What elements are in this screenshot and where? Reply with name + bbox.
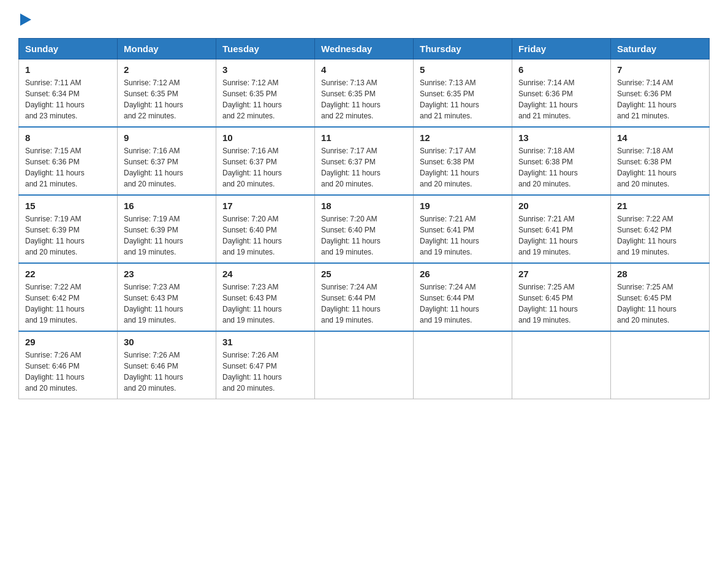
calendar-cell: 16 Sunrise: 7:19 AM Sunset: 6:39 PM Dayl…	[118, 195, 216, 263]
calendar-week-3: 15 Sunrise: 7:19 AM Sunset: 6:39 PM Dayl…	[19, 195, 710, 263]
logo	[18, 12, 31, 26]
calendar-cell: 3 Sunrise: 7:12 AM Sunset: 6:35 PM Dayli…	[216, 59, 315, 128]
calendar-cell: 12 Sunrise: 7:17 AM Sunset: 6:38 PM Dayl…	[414, 127, 512, 195]
calendar-cell: 23 Sunrise: 7:23 AM Sunset: 6:43 PM Dayl…	[118, 263, 216, 331]
day-number: 17	[222, 201, 308, 211]
day-info: Sunrise: 7:26 AM Sunset: 6:46 PM Dayligh…	[25, 350, 111, 394]
calendar-header-row: SundayMondayTuesdayWednesdayThursdayFrid…	[19, 39, 710, 59]
day-info: Sunrise: 7:13 AM Sunset: 6:35 PM Dayligh…	[321, 77, 407, 121]
calendar-cell: 5 Sunrise: 7:13 AM Sunset: 6:35 PM Dayli…	[414, 59, 512, 128]
day-info: Sunrise: 7:16 AM Sunset: 6:37 PM Dayligh…	[124, 145, 210, 190]
day-info: Sunrise: 7:12 AM Sunset: 6:35 PM Dayligh…	[222, 77, 308, 121]
day-number: 26	[420, 269, 506, 279]
calendar-cell	[315, 331, 414, 399]
day-info: Sunrise: 7:14 AM Sunset: 6:36 PM Dayligh…	[518, 77, 604, 121]
day-number: 11	[321, 132, 407, 143]
day-info: Sunrise: 7:19 AM Sunset: 6:39 PM Dayligh…	[124, 213, 210, 258]
day-number: 16	[124, 201, 210, 211]
day-info: Sunrise: 7:22 AM Sunset: 6:42 PM Dayligh…	[617, 213, 703, 258]
calendar-cell: 22 Sunrise: 7:22 AM Sunset: 6:42 PM Dayl…	[19, 263, 118, 331]
calendar-header-friday: Friday	[512, 39, 611, 59]
calendar-cell: 1 Sunrise: 7:11 AM Sunset: 6:34 PM Dayli…	[19, 59, 118, 128]
calendar-week-1: 1 Sunrise: 7:11 AM Sunset: 6:34 PM Dayli…	[19, 59, 710, 128]
day-number: 6	[518, 64, 604, 75]
day-info: Sunrise: 7:16 AM Sunset: 6:37 PM Dayligh…	[222, 145, 308, 190]
day-number: 22	[25, 269, 111, 279]
calendar-header-saturday: Saturday	[611, 39, 710, 59]
calendar-header-thursday: Thursday	[414, 39, 512, 59]
day-info: Sunrise: 7:12 AM Sunset: 6:35 PM Dayligh…	[124, 77, 210, 121]
day-number: 19	[420, 201, 506, 211]
day-info: Sunrise: 7:15 AM Sunset: 6:36 PM Dayligh…	[25, 145, 111, 190]
day-info: Sunrise: 7:19 AM Sunset: 6:39 PM Dayligh…	[25, 213, 111, 258]
calendar-cell: 27 Sunrise: 7:25 AM Sunset: 6:45 PM Dayl…	[512, 263, 611, 331]
day-number: 24	[222, 269, 308, 279]
day-info: Sunrise: 7:26 AM Sunset: 6:46 PM Dayligh…	[124, 350, 210, 394]
calendar-week-5: 29 Sunrise: 7:26 AM Sunset: 6:46 PM Dayl…	[19, 331, 710, 399]
day-number: 14	[617, 132, 703, 143]
day-number: 30	[124, 337, 210, 347]
day-info: Sunrise: 7:25 AM Sunset: 6:45 PM Dayligh…	[518, 282, 604, 326]
calendar-week-4: 22 Sunrise: 7:22 AM Sunset: 6:42 PM Dayl…	[19, 263, 710, 331]
calendar-cell: 15 Sunrise: 7:19 AM Sunset: 6:39 PM Dayl…	[19, 195, 118, 263]
calendar-cell: 26 Sunrise: 7:24 AM Sunset: 6:44 PM Dayl…	[414, 263, 512, 331]
day-number: 25	[321, 269, 407, 279]
day-number: 12	[420, 132, 506, 143]
calendar-cell: 11 Sunrise: 7:17 AM Sunset: 6:37 PM Dayl…	[315, 127, 414, 195]
day-info: Sunrise: 7:23 AM Sunset: 6:43 PM Dayligh…	[222, 282, 308, 326]
day-number: 27	[518, 269, 604, 279]
day-number: 2	[124, 64, 210, 75]
day-number: 21	[617, 201, 703, 211]
day-number: 28	[617, 269, 703, 279]
calendar-cell: 28 Sunrise: 7:25 AM Sunset: 6:45 PM Dayl…	[611, 263, 710, 331]
calendar-week-2: 8 Sunrise: 7:15 AM Sunset: 6:36 PM Dayli…	[19, 127, 710, 195]
day-number: 20	[518, 201, 604, 211]
calendar-cell	[414, 331, 512, 399]
day-number: 4	[321, 64, 407, 75]
day-info: Sunrise: 7:21 AM Sunset: 6:41 PM Dayligh…	[518, 213, 604, 258]
calendar-header-tuesday: Tuesday	[216, 39, 315, 59]
calendar-cell: 7 Sunrise: 7:14 AM Sunset: 6:36 PM Dayli…	[611, 59, 710, 128]
calendar-cell: 31 Sunrise: 7:26 AM Sunset: 6:47 PM Dayl…	[216, 331, 315, 399]
day-info: Sunrise: 7:18 AM Sunset: 6:38 PM Dayligh…	[518, 145, 604, 190]
calendar-cell	[512, 331, 611, 399]
day-info: Sunrise: 7:21 AM Sunset: 6:41 PM Dayligh…	[420, 213, 506, 258]
calendar-cell: 6 Sunrise: 7:14 AM Sunset: 6:36 PM Dayli…	[512, 59, 611, 128]
calendar-cell: 4 Sunrise: 7:13 AM Sunset: 6:35 PM Dayli…	[315, 59, 414, 128]
calendar-cell: 10 Sunrise: 7:16 AM Sunset: 6:37 PM Dayl…	[216, 127, 315, 195]
day-number: 9	[124, 132, 210, 143]
calendar-header-wednesday: Wednesday	[315, 39, 414, 59]
calendar-cell: 25 Sunrise: 7:24 AM Sunset: 6:44 PM Dayl…	[315, 263, 414, 331]
day-info: Sunrise: 7:24 AM Sunset: 6:44 PM Dayligh…	[321, 282, 407, 326]
day-info: Sunrise: 7:22 AM Sunset: 6:42 PM Dayligh…	[25, 282, 111, 326]
calendar-cell: 19 Sunrise: 7:21 AM Sunset: 6:41 PM Dayl…	[414, 195, 512, 263]
day-info: Sunrise: 7:17 AM Sunset: 6:37 PM Dayligh…	[321, 145, 407, 190]
day-info: Sunrise: 7:17 AM Sunset: 6:38 PM Dayligh…	[420, 145, 506, 190]
calendar-cell: 30 Sunrise: 7:26 AM Sunset: 6:46 PM Dayl…	[118, 331, 216, 399]
logo-triangle-icon	[20, 13, 31, 26]
day-info: Sunrise: 7:18 AM Sunset: 6:38 PM Dayligh…	[617, 145, 703, 190]
day-info: Sunrise: 7:23 AM Sunset: 6:43 PM Dayligh…	[124, 282, 210, 326]
calendar-cell: 24 Sunrise: 7:23 AM Sunset: 6:43 PM Dayl…	[216, 263, 315, 331]
calendar-table: SundayMondayTuesdayWednesdayThursdayFrid…	[18, 38, 710, 399]
calendar-cell: 13 Sunrise: 7:18 AM Sunset: 6:38 PM Dayl…	[512, 127, 611, 195]
day-number: 18	[321, 201, 407, 211]
calendar-header-monday: Monday	[118, 39, 216, 59]
day-info: Sunrise: 7:11 AM Sunset: 6:34 PM Dayligh…	[25, 77, 111, 121]
day-info: Sunrise: 7:14 AM Sunset: 6:36 PM Dayligh…	[617, 77, 703, 121]
day-number: 13	[518, 132, 604, 143]
page-header	[18, 12, 710, 26]
day-number: 15	[25, 201, 111, 211]
calendar-cell: 9 Sunrise: 7:16 AM Sunset: 6:37 PM Dayli…	[118, 127, 216, 195]
calendar-cell: 29 Sunrise: 7:26 AM Sunset: 6:46 PM Dayl…	[19, 331, 118, 399]
calendar-cell: 18 Sunrise: 7:20 AM Sunset: 6:40 PM Dayl…	[315, 195, 414, 263]
calendar-cell: 20 Sunrise: 7:21 AM Sunset: 6:41 PM Dayl…	[512, 195, 611, 263]
calendar-cell: 21 Sunrise: 7:22 AM Sunset: 6:42 PM Dayl…	[611, 195, 710, 263]
svg-marker-0	[20, 13, 31, 26]
calendar-cell: 17 Sunrise: 7:20 AM Sunset: 6:40 PM Dayl…	[216, 195, 315, 263]
day-number: 29	[25, 337, 111, 347]
day-info: Sunrise: 7:26 AM Sunset: 6:47 PM Dayligh…	[222, 350, 308, 394]
day-number: 31	[222, 337, 308, 347]
day-number: 8	[25, 132, 111, 143]
day-number: 7	[617, 64, 703, 75]
